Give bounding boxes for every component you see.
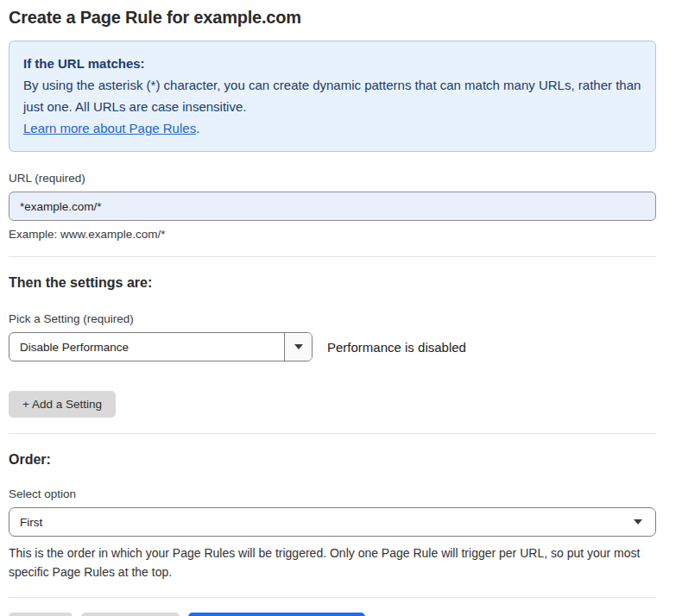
url-input[interactable] (9, 192, 656, 221)
order-select[interactable]: First (9, 507, 656, 537)
setting-status-text: Performance is disabled (327, 340, 466, 355)
url-field-label: URL (required) (9, 172, 656, 185)
learn-more-link[interactable]: Learn more about Page Rules (23, 121, 196, 135)
add-setting-button[interactable]: + Add a Setting (9, 391, 116, 418)
save-and-deploy-button[interactable]: Save and Deploy Page Rule (188, 613, 366, 616)
divider (9, 597, 656, 598)
pick-setting-label: Pick a Setting (required) (9, 312, 656, 325)
link-period: . (196, 121, 199, 135)
order-select-caret (634, 508, 655, 536)
order-select-label: Select option (9, 487, 656, 500)
save-as-draft-button[interactable]: Save as Draft (81, 613, 180, 616)
url-match-info-box: If the URL matches: By using the asteris… (9, 41, 656, 152)
setting-select-caret-button[interactable] (284, 333, 312, 361)
caret-down-icon (294, 344, 303, 349)
info-box-body: By using the asterisk (*) character, you… (23, 74, 641, 117)
form-actions: Cancel Save as Draft Save and Deploy Pag… (9, 613, 656, 616)
info-box-heading: If the URL matches: (23, 53, 641, 74)
url-example-text: Example: www.example.com/* (9, 228, 656, 241)
cancel-button[interactable]: Cancel (9, 613, 73, 616)
order-help-text: This is the order in which your Page Rul… (9, 544, 656, 581)
divider (9, 433, 656, 434)
divider (9, 256, 656, 257)
setting-select[interactable]: Disable Performance (9, 332, 313, 361)
order-select-value: First (9, 508, 634, 536)
order-section-heading: Order: (9, 452, 656, 468)
page-rule-form: Create a Page Rule for example.com If th… (9, 0, 656, 616)
settings-section-heading: Then the settings are: (9, 275, 656, 291)
info-box-link-line: Learn more about Page Rules. (23, 117, 641, 139)
setting-select-value: Disable Performance (9, 333, 284, 361)
caret-down-icon (634, 519, 642, 525)
page-title: Create a Page Rule for example.com (9, 8, 656, 28)
setting-row: Disable Performance Performance is disab… (9, 332, 656, 361)
